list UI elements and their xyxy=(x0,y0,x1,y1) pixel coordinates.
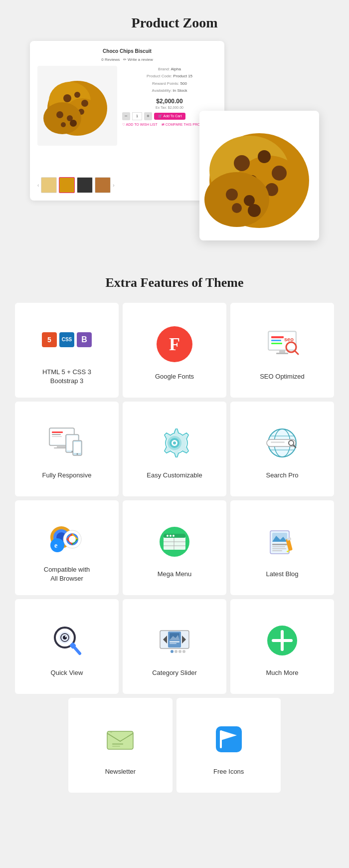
svg-rect-88 xyxy=(272,550,282,551)
svg-point-80 xyxy=(173,535,174,537)
product-card-body: Brand: Alpha Product Code: Product 15 Re… xyxy=(37,66,217,173)
svg-point-26 xyxy=(232,203,242,213)
svg-rect-106 xyxy=(170,643,176,644)
seo-icon: seo xyxy=(262,324,302,364)
product-image-main xyxy=(37,66,117,146)
zoom-popup xyxy=(199,111,319,240)
thumbnail-1[interactable] xyxy=(41,177,57,193)
feature-label-html-css: HTML 5 + CSS 3Bootstrap 3 xyxy=(42,368,91,386)
svg-point-54 xyxy=(173,441,176,444)
svg-rect-34 xyxy=(276,353,288,354)
thumb-next-arrow[interactable]: › xyxy=(113,183,114,188)
html5-icon: 5 xyxy=(42,332,57,347)
svg-point-78 xyxy=(167,535,169,537)
add-to-cart-button[interactable]: 🛒 Add To Cart xyxy=(154,113,185,120)
feature-label-free-icons: Free Icons xyxy=(213,767,244,776)
svg-point-109 xyxy=(178,650,181,653)
feature-label-category-slider: Category Slider xyxy=(152,668,197,677)
features-grid: 5 CSS B HTML 5 + CSS 3Bootstrap 3 F Goog… xyxy=(15,303,334,694)
svg-rect-32 xyxy=(271,343,282,344)
feature-label-google-fonts: Google Fonts xyxy=(155,372,194,381)
feature-label-quick-view: Quick View xyxy=(51,668,83,677)
features-title: Extra Features of Theme xyxy=(10,275,339,290)
product-price: $2,000.00 xyxy=(122,98,217,105)
google-fonts-icon: F xyxy=(155,324,194,364)
feature-card-html-css-bootstrap: 5 CSS B HTML 5 + CSS 3Bootstrap 3 xyxy=(15,303,119,398)
flag-icon xyxy=(209,719,249,759)
product-card-header: Choco Chips Biscuit xyxy=(37,48,217,54)
feature-card-free-icons: Free Icons xyxy=(176,698,281,793)
browser-icon: e xyxy=(47,517,87,557)
feature-label-newsletter: Newsletter xyxy=(105,767,136,776)
feature-card-seo: seo SEO Optimized xyxy=(230,303,334,398)
thumbnail-2[interactable] xyxy=(59,177,75,193)
thumb-prev-arrow[interactable]: ‹ xyxy=(37,183,39,188)
feature-label-browser: Compatible withAll Browser xyxy=(44,565,90,583)
product-zoom-section: Product Zoom Choco Chips Biscuit 0 Revie… xyxy=(0,0,349,260)
product-card: Choco Chips Biscuit 0 Reviews ✏ Write a … xyxy=(30,41,224,201)
bootstrap-icon: B xyxy=(77,332,92,347)
responsive-icon xyxy=(47,423,87,463)
svg-point-19 xyxy=(272,166,287,181)
svg-rect-115 xyxy=(112,746,120,747)
svg-point-17 xyxy=(234,155,250,171)
svg-point-5 xyxy=(81,100,88,107)
svg-point-12 xyxy=(61,122,66,127)
svg-rect-86 xyxy=(272,546,285,547)
product-thumbnails: ‹ › xyxy=(37,173,217,193)
svg-rect-30 xyxy=(271,336,284,338)
feature-card-blog: Latest Blog xyxy=(230,500,334,595)
thumbnail-3[interactable] xyxy=(77,177,93,193)
svg-point-79 xyxy=(170,535,172,537)
svg-point-18 xyxy=(258,150,271,163)
svg-rect-85 xyxy=(272,544,287,545)
svg-rect-114 xyxy=(112,743,123,745)
feature-label-search-pro: Search Pro xyxy=(266,471,298,480)
svg-rect-61 xyxy=(271,441,285,443)
svg-rect-87 xyxy=(272,548,286,549)
svg-point-110 xyxy=(182,650,185,653)
svg-rect-116 xyxy=(110,731,112,733)
svg-rect-50 xyxy=(52,436,62,437)
qty-decrease-btn[interactable]: − xyxy=(122,112,130,120)
svg-point-9 xyxy=(43,102,81,134)
feature-card-responsive: Fully Responsive xyxy=(15,402,119,496)
svg-rect-46 xyxy=(74,442,81,453)
svg-point-108 xyxy=(174,650,177,653)
feature-label-mega-menu: Mega Menu xyxy=(158,570,192,579)
svg-point-47 xyxy=(77,453,78,454)
feature-card-much-more: Much More xyxy=(230,599,334,694)
feature-card-search-pro: Search Pro xyxy=(230,402,334,496)
qty-increase-btn[interactable]: + xyxy=(144,112,152,120)
qty-value: 1 xyxy=(132,112,142,120)
feature-card-browser: e Compatible withAll Browser xyxy=(15,500,119,595)
google-fonts-circle: F xyxy=(157,326,192,362)
svg-point-3 xyxy=(63,94,71,102)
search-pro-icon xyxy=(262,423,302,463)
features-section: Extra Features of Theme 5 CSS B HTML 5 +… xyxy=(0,260,349,813)
svg-text:e: e xyxy=(54,542,57,549)
feature-card-newsletter: Newsletter xyxy=(68,698,173,793)
svg-point-27 xyxy=(248,204,261,217)
wishlist-link[interactable]: ♡ ADD TO WISH LIST xyxy=(122,123,158,127)
feature-label-much-more: Much More xyxy=(266,668,298,677)
plus-icon xyxy=(262,621,302,660)
feature-card-google-fonts: F Google Fonts xyxy=(123,303,226,398)
svg-rect-119 xyxy=(220,730,222,748)
svg-point-96 xyxy=(65,636,67,637)
svg-rect-48 xyxy=(52,432,63,433)
thumbnail-4[interactable] xyxy=(95,177,111,193)
product-tax: Ex Tax: $2,000.00 xyxy=(122,106,217,109)
product-zoom-title: Product Zoom xyxy=(10,15,339,31)
feature-card-quick-view: Quick View xyxy=(15,599,119,694)
slider-icon xyxy=(155,621,194,660)
svg-point-69 xyxy=(69,536,76,543)
product-card-meta: 0 Reviews ✏ Write a review xyxy=(37,57,217,63)
feature-label-seo: SEO Optimized xyxy=(260,372,305,381)
mega-menu-icon xyxy=(155,522,194,562)
svg-point-10 xyxy=(56,111,63,118)
svg-text:seo: seo xyxy=(284,336,294,342)
svg-rect-49 xyxy=(52,434,61,435)
product-zoom-demo: Choco Chips Biscuit 0 Reviews ✏ Write a … xyxy=(30,41,319,240)
svg-line-37 xyxy=(295,351,298,354)
